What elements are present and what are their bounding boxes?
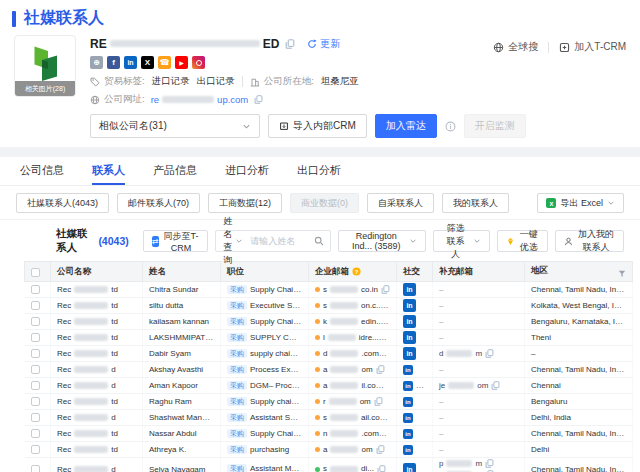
redacted-company-name bbox=[110, 40, 260, 47]
copy-icon[interactable] bbox=[285, 39, 295, 49]
subtab-社媒联系人(4043)[interactable]: 社媒联系人(4043) bbox=[16, 193, 109, 213]
join-radar-button[interactable]: 加入雷达 bbox=[375, 114, 437, 138]
instagram-icon[interactable] bbox=[192, 56, 205, 69]
copy-icon[interactable] bbox=[386, 301, 395, 310]
info-icon[interactable] bbox=[445, 121, 456, 132]
copy-icon[interactable] bbox=[386, 317, 395, 326]
region-cell: Delhi, India bbox=[525, 410, 633, 426]
search-icon[interactable] bbox=[314, 236, 324, 246]
start-monitor-button[interactable]: 开启监测 bbox=[464, 114, 526, 138]
redacted-email bbox=[329, 398, 357, 405]
filter-contacts-button[interactable]: 筛选联系人 bbox=[433, 230, 489, 252]
sync-tcrm-button[interactable]: ⇄ 同步至T-CRM bbox=[143, 230, 209, 252]
linkedin-icon[interactable]: in bbox=[403, 347, 416, 360]
table-row: RectdDabir Syam采购supply chain ma...d.com… bbox=[25, 346, 633, 362]
social-cell: in bbox=[397, 330, 433, 346]
company-logo[interactable]: 相关图片(28) bbox=[14, 35, 76, 97]
copy-icon[interactable] bbox=[485, 349, 494, 358]
copy-icon[interactable] bbox=[382, 333, 391, 342]
linkedin-icon[interactable]: in bbox=[124, 56, 137, 69]
copy-icon[interactable] bbox=[485, 459, 494, 468]
row-checkbox[interactable] bbox=[31, 381, 40, 390]
redacted-website bbox=[162, 96, 214, 103]
import-records-link[interactable]: 进口记录 bbox=[152, 75, 190, 88]
tab-进口分析[interactable]: 进口分析 bbox=[225, 157, 269, 185]
linkedin-icon[interactable]: in bbox=[403, 429, 413, 439]
linkedin-icon[interactable]: in bbox=[403, 315, 416, 328]
linkedin-icon[interactable]: in bbox=[403, 463, 416, 472]
copy-icon[interactable] bbox=[385, 381, 394, 390]
globe-icon[interactable]: ⊕ bbox=[90, 56, 103, 69]
tab-公司信息[interactable]: 公司信息 bbox=[20, 157, 64, 185]
linkedin-icon[interactable]: in bbox=[403, 445, 413, 455]
row-checkbox[interactable] bbox=[31, 465, 40, 472]
row-checkbox[interactable] bbox=[31, 445, 40, 454]
copy-icon[interactable] bbox=[376, 365, 385, 374]
subtab-商业数据(0)[interactable]: 商业数据(0) bbox=[290, 193, 359, 213]
social-cell: in bbox=[397, 394, 433, 410]
company-website-link[interactable]: reup.com bbox=[151, 94, 249, 105]
related-images-overlay[interactable]: 相关图片(28) bbox=[15, 81, 75, 96]
row-checkbox[interactable] bbox=[31, 333, 40, 342]
tab-产品信息[interactable]: 产品信息 bbox=[153, 157, 197, 185]
filter-icon[interactable] bbox=[618, 270, 626, 278]
copy-icon[interactable] bbox=[381, 285, 390, 294]
contact-name: Raghu Ram bbox=[143, 394, 221, 410]
one-click-optimize-button[interactable]: 一键优选 bbox=[497, 230, 548, 252]
row-checkbox[interactable] bbox=[31, 285, 40, 294]
help-icon[interactable] bbox=[352, 267, 361, 276]
position-cell: 采购supply chain ma... bbox=[221, 346, 309, 362]
similar-companies-select[interactable]: 相似公司名(31) bbox=[90, 114, 260, 138]
name-search-input[interactable] bbox=[250, 236, 312, 246]
redacted-email bbox=[446, 350, 472, 357]
extra-email-cell: jeom bbox=[433, 378, 525, 394]
linkedin-icon[interactable]: in bbox=[403, 331, 416, 344]
role-tag: 采购 bbox=[227, 381, 247, 390]
row-checkbox[interactable] bbox=[31, 429, 40, 438]
export-excel-button[interactable]: x 导出 Excel bbox=[537, 193, 624, 213]
import-crm-button[interactable]: 导入内部CRM bbox=[268, 114, 367, 138]
facebook-icon[interactable]: f bbox=[107, 56, 120, 69]
table-row: RectdRaghu Ram采购Supply chain M...romin–B… bbox=[25, 394, 633, 410]
youtube-icon[interactable]: ▶ bbox=[175, 56, 188, 69]
linkedin-icon[interactable]: in bbox=[403, 283, 416, 296]
phone-icon[interactable]: ☎ bbox=[158, 56, 171, 69]
copy-icon[interactable] bbox=[389, 413, 396, 422]
subtab-我的联系人[interactable]: 我的联系人 bbox=[442, 193, 509, 213]
row-checkbox[interactable] bbox=[31, 301, 40, 310]
linkedin-icon[interactable]: in bbox=[403, 299, 416, 312]
redacted-email bbox=[448, 382, 474, 389]
subtab-工商数据(12)[interactable]: 工商数据(12) bbox=[208, 193, 282, 213]
row-checkbox[interactable] bbox=[31, 397, 40, 406]
tab-联系人[interactable]: 联系人 bbox=[92, 157, 125, 185]
copy-icon[interactable] bbox=[376, 445, 385, 454]
add-my-contacts-button[interactable]: 加入我的联系人 bbox=[555, 230, 624, 252]
linkedin-icon[interactable]: in bbox=[403, 365, 413, 375]
row-checkbox[interactable] bbox=[31, 317, 40, 326]
subtab-邮件联系人(70)[interactable]: 邮件联系人(70) bbox=[117, 193, 200, 213]
refresh-button[interactable]: 更新 bbox=[307, 37, 340, 51]
x-icon[interactable]: X bbox=[141, 56, 154, 69]
row-checkbox[interactable] bbox=[31, 413, 40, 422]
divider bbox=[548, 42, 549, 53]
company-filter-select[interactable]: Redington Ind... (3589) bbox=[338, 230, 426, 252]
row-checkbox[interactable] bbox=[31, 349, 40, 358]
copy-icon[interactable] bbox=[374, 397, 383, 406]
copy-icon[interactable] bbox=[491, 381, 500, 390]
copy-icon[interactable] bbox=[382, 349, 391, 358]
select-all-checkbox[interactable] bbox=[31, 268, 40, 277]
linkedin-icon[interactable]: in bbox=[403, 413, 413, 423]
linkedin-icon[interactable]: in bbox=[403, 381, 413, 391]
name-query-select[interactable]: 姓名查询 bbox=[216, 215, 250, 267]
global-search-button[interactable]: 全球搜 bbox=[493, 40, 538, 54]
copy-icon[interactable] bbox=[382, 429, 391, 438]
join-tcrm-button[interactable]: 加入T-CRM bbox=[559, 40, 626, 54]
copy-icon[interactable] bbox=[254, 95, 263, 104]
subtab-自采联系人[interactable]: 自采联系人 bbox=[367, 193, 434, 213]
row-checkbox[interactable] bbox=[31, 365, 40, 374]
export-records-link[interactable]: 出口记录 bbox=[197, 75, 235, 88]
tab-出口分析[interactable]: 出口分析 bbox=[297, 157, 341, 185]
copy-icon[interactable] bbox=[377, 465, 386, 472]
linkedin-icon[interactable]: in bbox=[403, 397, 413, 407]
table-row: RectdNassar Abdul采购Supply Chain M...n.co… bbox=[25, 426, 633, 442]
